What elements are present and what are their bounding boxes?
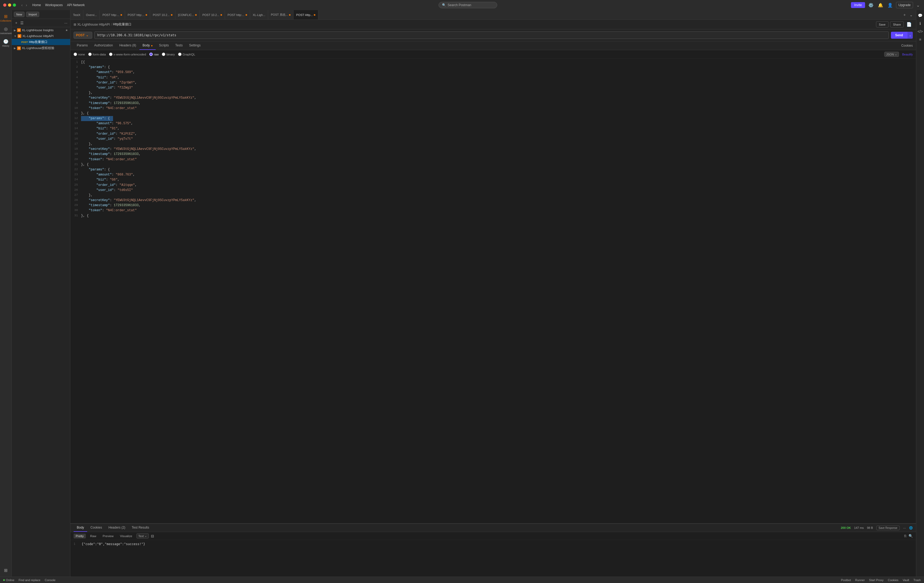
api-network-link[interactable]: API Network xyxy=(67,3,85,7)
invite-button[interactable]: Invite xyxy=(851,2,865,8)
tree-item-xl-auth[interactable]: ▶ ⊞ XL-Lighthouse授权校验 xyxy=(12,45,70,51)
breadcrumb-part1[interactable]: XL-Lighthouse HttpAPI xyxy=(77,23,110,26)
response-options-button[interactable]: ··· xyxy=(903,526,906,530)
postbot-button[interactable]: Postbot xyxy=(841,578,851,582)
save-button[interactable]: Save xyxy=(876,21,889,28)
radio-form-data[interactable]: form-data xyxy=(88,53,106,56)
send-dropdown-button[interactable]: ⌄ xyxy=(907,32,913,39)
format-select[interactable]: JSON ⌄ xyxy=(884,52,899,57)
tab-post-http[interactable]: POST Http... xyxy=(294,10,318,20)
method-select[interactable]: POST ⌄ xyxy=(74,32,92,39)
radio-none[interactable]: none xyxy=(74,53,85,56)
new-button[interactable]: New xyxy=(14,12,25,17)
radio-urlencoded[interactable]: x-www-form-urlencoded xyxy=(109,53,146,56)
radio-binary[interactable]: binary xyxy=(162,53,175,56)
resp-copy-button[interactable]: ⎘ xyxy=(904,534,906,538)
add-tab-button[interactable]: ＋ xyxy=(902,12,908,18)
resp-tab-headers[interactable]: Headers (2) xyxy=(105,524,129,532)
right-comment-icon[interactable]: 💬 xyxy=(917,12,924,19)
tab-conflict[interactable]: [CONFLIC... xyxy=(175,10,200,20)
bell-icon[interactable]: 🔔 xyxy=(877,2,884,8)
collection-options-button[interactable]: ··· xyxy=(64,20,68,26)
tab-post-1[interactable]: POST http:... xyxy=(100,10,125,20)
code-editor[interactable]: 1[{2 "params": {3 "amount": "959.589",4 … xyxy=(70,59,916,523)
tab-xl[interactable]: XL-Ligh... xyxy=(250,10,268,20)
start-proxy-button[interactable]: Start Proxy xyxy=(869,578,883,582)
tab-post-4[interactable]: POST 10.2... xyxy=(200,10,225,20)
send-button[interactable]: Send xyxy=(891,32,907,39)
url-input[interactable] xyxy=(94,31,889,39)
globe-icon[interactable]: 🌐 xyxy=(909,526,913,530)
resp-search-button[interactable]: 🔍 xyxy=(909,534,913,538)
resp-format-select[interactable]: Text ⌄ xyxy=(137,533,149,538)
right-code-icon[interactable]: </> xyxy=(916,28,924,35)
save-response-button[interactable]: Save Response xyxy=(876,526,900,530)
sidebar-item-environments[interactable]: ◎ Environments xyxy=(0,25,11,36)
resp-preview-button[interactable]: Preview xyxy=(101,533,116,538)
sidebar-item-more[interactable]: ⊞ xyxy=(0,566,11,575)
workspaces-link[interactable]: Workspaces xyxy=(45,3,63,7)
import-button[interactable]: Import xyxy=(26,12,39,17)
tab-post-3[interactable]: POST 10.2... xyxy=(150,10,175,20)
tree-item-xl-insights[interactable]: ▶ ⊞ XL-LightHouse Insights ★ xyxy=(12,27,70,33)
resp-visualize-button[interactable]: Visualize xyxy=(118,533,134,538)
tree-item-xl-httpapi[interactable]: ▼ ⊞ XL-Lighthouse HttpAPI xyxy=(12,33,70,39)
cookies-status-button[interactable]: Cookies xyxy=(888,578,898,582)
chevron-down-icon[interactable]: ⌄ xyxy=(915,2,921,8)
tab-post-sys[interactable]: POST 系统... xyxy=(268,10,294,20)
console-button[interactable]: Console xyxy=(45,578,56,582)
traffic-light-close[interactable] xyxy=(3,3,7,7)
sidebar-item-history[interactable]: 🕐 History xyxy=(0,37,11,49)
share-button[interactable]: Share xyxy=(890,21,904,28)
home-link[interactable]: Home xyxy=(32,3,41,7)
collection-menu-button[interactable]: ☰ xyxy=(20,20,24,26)
tree-item-http-batch[interactable]: POST Http批量接口 xyxy=(12,39,70,45)
tab-authorization[interactable]: Authorization xyxy=(91,41,116,50)
right-info-icon[interactable]: ℹ xyxy=(918,20,922,26)
line-number: 5 xyxy=(70,80,81,85)
forward-button[interactable]: › xyxy=(25,2,28,8)
tab-tests[interactable]: Tests xyxy=(172,41,186,50)
tab-scripts[interactable]: Scripts xyxy=(156,41,172,50)
resp-tab-cookies[interactable]: Cookies xyxy=(87,524,105,532)
resp-pretty-button[interactable]: Pretty xyxy=(74,533,86,538)
add-collection-button[interactable]: ＋ xyxy=(14,20,19,26)
tab-post-5[interactable]: POST http:... xyxy=(225,10,250,20)
resp-filter-icon[interactable]: ⊟ xyxy=(151,534,154,538)
code-line: 18 "secretKey": "YEWU3tGjNQL1AevvC9FjNj9… xyxy=(70,147,916,152)
sidebar-item-collections[interactable]: ⊞ Collections xyxy=(0,12,11,24)
vault-button[interactable]: Vault xyxy=(903,578,909,582)
resp-tab-tests[interactable]: Test Results xyxy=(129,524,152,532)
doc-icon[interactable]: 📄 xyxy=(905,21,913,28)
upgrade-button[interactable]: Upgrade xyxy=(896,2,913,8)
traffic-light-minimize[interactable] xyxy=(8,3,11,7)
beautify-button[interactable]: Beautify xyxy=(902,53,913,56)
tab-body[interactable]: Body xyxy=(139,41,156,50)
traffic-light-maximize[interactable] xyxy=(13,3,16,7)
tab-params[interactable]: Params xyxy=(74,41,91,50)
right-settings-icon[interactable]: ≡ xyxy=(918,36,922,43)
tab-testx[interactable]: TestX xyxy=(70,10,83,20)
profile-icon[interactable]: 👤 xyxy=(886,2,894,8)
radio-graphql[interactable]: GraphQL xyxy=(178,53,195,56)
resp-raw-button[interactable]: Raw xyxy=(88,533,98,538)
search-box[interactable]: 🔍 Search Postman xyxy=(439,2,497,8)
tab-overview[interactable]: Overvi... xyxy=(83,10,100,20)
back-button[interactable]: ‹ xyxy=(20,2,24,8)
radio-raw[interactable]: raw xyxy=(149,53,159,56)
resp-tab-body[interactable]: Body xyxy=(74,524,87,532)
line-content: }, { xyxy=(81,162,92,167)
tab-label-1: Overvi... xyxy=(86,13,97,17)
tab-post-2[interactable]: POST http:... xyxy=(125,10,150,20)
tab-settings[interactable]: Settings xyxy=(186,41,204,50)
tab-dropdown-button[interactable]: ⌄ xyxy=(909,12,914,18)
cookies-link[interactable]: Cookies xyxy=(901,44,913,48)
settings-icon[interactable]: ⚙️ xyxy=(867,2,874,8)
line-content: "params": { xyxy=(81,116,113,121)
tab-headers[interactable]: Headers (8) xyxy=(116,41,139,50)
right-panel: 💬 ℹ </> ≡ xyxy=(916,10,924,576)
runner-button[interactable]: Runner xyxy=(855,578,865,582)
trash-button[interactable]: Trash xyxy=(913,578,921,582)
star-icon[interactable]: ★ xyxy=(65,28,68,32)
find-replace-button[interactable]: Find and replace xyxy=(19,578,41,582)
